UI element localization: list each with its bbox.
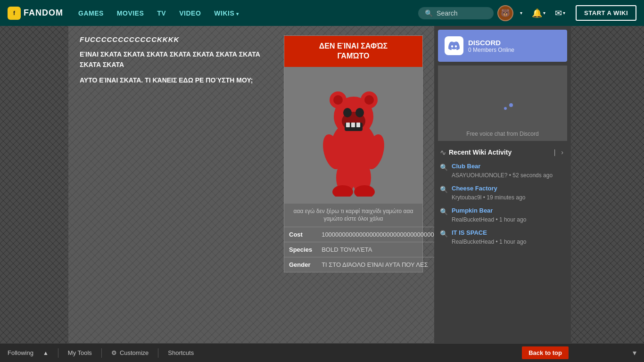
- infobox-title-line2: ΓΑΜΏΤΟ: [337, 52, 369, 60]
- activity-search-icon-3: 🔍: [440, 230, 448, 238]
- activity-link-0[interactable]: Club Bear: [452, 163, 553, 170]
- activity-prev-button[interactable]: |: [552, 148, 558, 157]
- divider-1: [58, 348, 58, 358]
- infobox-value-species: BOLD ΤΟΥΑΛΈΤΑ: [317, 242, 434, 257]
- bottom-bar: Following ▲ My Tools ⚙ Customize Shortcu…: [0, 343, 644, 362]
- divider-2: [101, 348, 102, 358]
- left-diamond-pattern: [0, 26, 68, 343]
- fandom-logo-text: FANDOM: [24, 8, 63, 18]
- discord-info: DISCORD 0 Members Online: [468, 39, 514, 53]
- right-diamond-pattern: [571, 26, 644, 343]
- discord-dot-2: [504, 107, 507, 110]
- activity-meta-3: RealBucketHead • 1 hour ago: [452, 239, 526, 245]
- nav-links: GAMES MOVIES TV VIDEO WIKIS: [73, 6, 418, 21]
- activity-header: ∿ Recent Wiki Activity | ›: [440, 148, 565, 157]
- discord-widget[interactable]: DISCORD 0 Members Online: [438, 30, 567, 62]
- svg-point-5: [364, 95, 374, 105]
- avatar-caret[interactable]: ▾: [517, 8, 525, 17]
- activity-meta-0: ASAYUOHUIONOLE? • 52 seconds ago: [452, 172, 553, 179]
- infobox: ΔΕΝ ΕΊΝΑΙ ΣΑΦΏΣ ΓΑΜΏΤΟ: [284, 35, 423, 272]
- shortcuts-link[interactable]: Shortcuts: [168, 349, 194, 356]
- discord-icon: [448, 41, 460, 50]
- my-tools-menu[interactable]: My Tools: [68, 349, 92, 356]
- infobox-table: Cost 10000000000000000000000000000000000…: [284, 227, 434, 272]
- activity-item-2: 🔍 Pumpkin Bear RealBucketHead • 1 hour a…: [440, 207, 565, 223]
- infobox-value-gender: ΤΙ ΣΤΟ ΔΙΆΟΛΟ ΕΊΝΑΙ ΑΥΤΑ ΠΟΥ ΛΕΣ: [317, 257, 434, 272]
- activity-section: ∿ Recent Wiki Activity | › 🔍 Club Bear A…: [434, 143, 571, 256]
- infobox-caption: ααα εγώ δεν ξέρω τι καρφί παιχνίδι γαμώτ…: [284, 204, 422, 227]
- search-label: Search: [437, 9, 457, 17]
- nav-games[interactable]: GAMES: [73, 6, 109, 21]
- discord-image-area: Free voice chat from Discord: [438, 66, 567, 141]
- infobox-row-gender: Gender ΤΙ ΣΤΟ ΔΙΆΟΛΟ ΕΊΝΑΙ ΑΥΤΑ ΠΟΥ ΛΕΣ: [284, 257, 434, 272]
- activity-item-3: 🔍 IT IS SPACE RealBucketHead • 1 hour ag…: [440, 229, 565, 246]
- discord-name: DISCORD: [468, 39, 514, 47]
- customize-label: Customize: [120, 349, 149, 356]
- infobox-row-cost: Cost 10000000000000000000000000000000000…: [284, 227, 434, 242]
- fandom-logo-icon: f: [8, 7, 21, 20]
- bear-illustration: [318, 74, 389, 197]
- following-link[interactable]: Following: [8, 349, 33, 356]
- avatar[interactable]: 🐻: [497, 5, 513, 21]
- activity-item-details-0: Club Bear ASAYUOHUIONOLE? • 52 seconds a…: [452, 163, 553, 179]
- infobox-row-species: Species BOLD ΤΟΥΑΛΈΤΑ: [284, 242, 434, 257]
- svg-rect-11: [351, 123, 355, 127]
- infobox-label-gender: Gender: [284, 257, 317, 272]
- activity-item-details-3: IT IS SPACE RealBucketHead • 1 hour ago: [452, 229, 526, 246]
- discord-voice-text: Free voice chat from Discord: [466, 131, 538, 137]
- discord-logo: [445, 36, 463, 55]
- infobox-value-cost: 1000000000000000000000000000000000000000…: [317, 227, 434, 242]
- activity-link-1[interactable]: Cheese Factory: [452, 185, 525, 192]
- svg-rect-12: [356, 123, 360, 127]
- svg-point-4: [333, 95, 343, 105]
- fandom-logo[interactable]: f FANDOM: [8, 7, 63, 20]
- activity-link-2[interactable]: Pumpkin Bear: [452, 207, 526, 214]
- my-tools-label: My Tools: [68, 349, 92, 356]
- messages-icon[interactable]: ✉▾: [552, 6, 568, 20]
- nav-movies[interactable]: MOVIES: [111, 6, 149, 21]
- main-wrapper: ΔΕΝ ΕΊΝΑΙ ΣΑΦΏΣ ΓΑΜΏΤΟ: [0, 26, 644, 343]
- discord-members: 0 Members Online: [468, 47, 514, 53]
- activity-item-details-1: Cheese Factory Krytoubac9l • 19 minutes …: [452, 185, 525, 201]
- svg-point-7: [343, 108, 352, 117]
- discord-dot-1: [509, 103, 513, 107]
- search-icon: 🔍: [425, 9, 433, 17]
- center-content: ΔΕΝ ΕΊΝΑΙ ΣΑΦΏΣ ΓΑΜΏΤΟ: [68, 26, 571, 343]
- infobox-image: [284, 67, 422, 204]
- activity-item-0: 🔍 Club Bear ASAYUOHUIONOLE? • 52 seconds…: [440, 163, 565, 179]
- activity-search-icon-0: 🔍: [440, 164, 448, 171]
- notifications-bell[interactable]: 🔔▾: [529, 6, 548, 20]
- infobox-title-line1: ΔΕΝ ΕΊΝΑΙ ΣΑΦΏΣ: [319, 42, 388, 50]
- svg-point-8: [355, 108, 364, 117]
- collapse-bottom-arrow[interactable]: ▾: [633, 348, 636, 357]
- activity-title: Recent Wiki Activity: [449, 148, 512, 156]
- nav-right-controls: 🔍 Search 🐻 ▾ 🔔▾ ✉▾ START A WIKI: [418, 5, 636, 21]
- nav-wikis[interactable]: WIKIS: [208, 6, 244, 21]
- activity-item-1: 🔍 Cheese Factory Krytoubac9l • 19 minute…: [440, 185, 565, 201]
- activity-meta-2: RealBucketHead • 1 hour ago: [452, 216, 526, 223]
- article-area: ΔΕΝ ΕΊΝΑΙ ΣΑΦΏΣ ΓΑΜΏΤΟ: [68, 26, 434, 343]
- back-to-top-button[interactable]: Back to top: [522, 346, 569, 359]
- start-wiki-button[interactable]: START A WIKI: [576, 5, 636, 21]
- nav-video[interactable]: VIDEO: [173, 6, 206, 21]
- activity-search-icon-1: 🔍: [440, 186, 448, 193]
- customize-menu[interactable]: ⚙ Customize: [111, 349, 149, 356]
- right-sidebar: DISCORD 0 Members Online Free voice chat…: [434, 26, 571, 343]
- infobox-header: ΔΕΝ ΕΊΝΑΙ ΣΑΦΏΣ ΓΑΜΏΤΟ: [284, 36, 422, 67]
- following-arrow[interactable]: ▲: [43, 350, 49, 356]
- activity-next-button[interactable]: ›: [559, 148, 565, 157]
- activity-nav: | ›: [552, 148, 565, 157]
- activity-icon: ∿: [440, 148, 446, 157]
- activity-search-icon-2: 🔍: [440, 208, 448, 215]
- activity-link-3[interactable]: IT IS SPACE: [452, 229, 526, 236]
- activity-title-row: ∿ Recent Wiki Activity: [440, 148, 512, 157]
- infobox-label-cost: Cost: [284, 227, 317, 242]
- infobox-label-species: Species: [284, 242, 317, 257]
- divider-3: [158, 348, 158, 358]
- nav-tv[interactable]: TV: [151, 6, 172, 21]
- search-bar[interactable]: 🔍 Search: [418, 7, 494, 19]
- gear-icon: ⚙: [111, 349, 117, 356]
- activity-meta-1: Krytoubac9l • 19 minutes ago: [452, 194, 525, 201]
- right-panel: [571, 26, 644, 343]
- left-panel: [0, 26, 68, 343]
